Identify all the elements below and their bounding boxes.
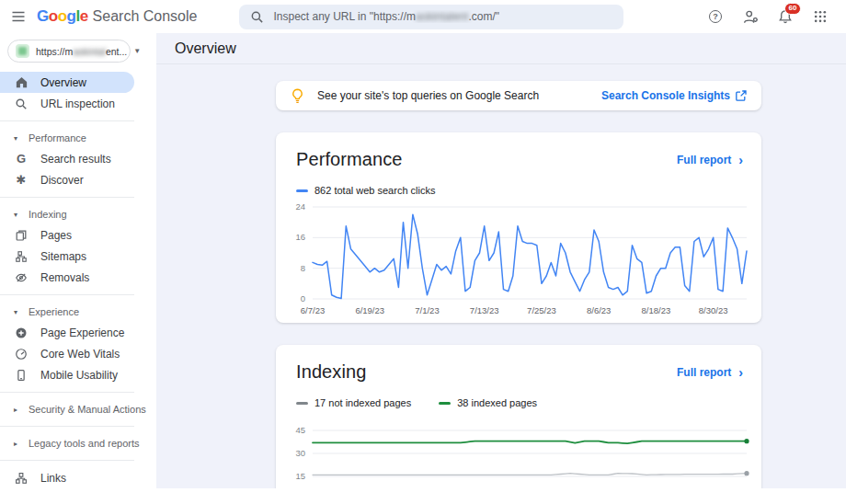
performance-card: Performance Full report › 862 total web … [276, 132, 761, 323]
hamburger-menu-icon[interactable] [0, 0, 37, 33]
sidebar: https://maskintalent... ▼ OverviewURL in… [0, 33, 156, 504]
legend-dash [439, 402, 451, 405]
app-logo[interactable]: Google Search Console [37, 7, 197, 26]
links-icon [14, 471, 29, 486]
chevron-down-icon: ▼ [133, 47, 141, 55]
pages-icon [14, 228, 29, 243]
chevron-down-icon: ▾ [14, 308, 21, 316]
y-axis-tick: 8 [276, 263, 305, 273]
sidebar-section-experience[interactable]: ▾Experience [0, 302, 156, 322]
sidebar-divider [0, 426, 134, 427]
sidebar-item-label: Search results [40, 153, 111, 166]
performance-chart[interactable]: 0816246/7/236/19/237/1/237/13/237/25/238… [276, 205, 761, 323]
chevron-down-icon: ▾ [14, 134, 21, 143]
chevron-right-icon: › [738, 368, 743, 377]
performance-legend: 862 total web search clicks [296, 185, 761, 196]
x-axis-tick: 8/30/23 [690, 305, 737, 315]
sidebar-divider [0, 392, 134, 393]
property-url: https://maskintalent... [36, 46, 127, 57]
x-axis-tick: 8/6/23 [575, 305, 623, 315]
page-header: Overview [156, 33, 846, 64]
redacted-property: askintal [73, 46, 106, 57]
sidebar-item-removals[interactable]: Removals [0, 267, 134, 288]
legend-dash [296, 189, 308, 192]
top-bar: Google Search Console Inspect any URL in… [0, 0, 846, 33]
y-axis-tick: 15 [276, 471, 305, 481]
x-axis-tick: 7/25/23 [518, 305, 566, 315]
sidebar-item-label: Pages [40, 229, 72, 242]
sidebar-section-legacy-tools-and-reports[interactable]: ▸Legacy tools and reports [0, 433, 156, 453]
core-web-vitals-icon [14, 347, 29, 361]
sidebar-item-url-inspection[interactable]: URL inspection [0, 93, 134, 114]
url-inspection-search-input[interactable]: Inspect any URL in "https://maskintalent… [239, 5, 623, 29]
chevron-right-icon: › [738, 155, 743, 165]
x-axis-tick: 7/1/23 [403, 305, 451, 315]
sidebar-item-label: Overview [40, 76, 86, 89]
sidebar-item-mobile-usability[interactable]: Mobile Usability [0, 364, 134, 385]
y-axis-tick: 45 [276, 425, 305, 435]
x-axis-tick: 6/7/23 [289, 305, 337, 315]
sidebar-section-label: Experience [29, 306, 79, 317]
insights-banner: See your site's top queries on Google Se… [276, 81, 761, 110]
sidebar-section-indexing[interactable]: ▾Indexing [0, 204, 156, 224]
sidebar-section-performance[interactable]: ▾Performance [0, 128, 156, 148]
sidebar-item-overview[interactable]: Overview [0, 72, 134, 93]
indexing-full-report-link[interactable]: Full report › [677, 366, 743, 379]
x-axis-tick: 6/19/23 [346, 305, 394, 315]
g-letter-icon: G [14, 152, 29, 166]
sitemaps-icon [14, 249, 29, 264]
indexing-card: Indexing Full report › 17 not indexed pa… [276, 345, 761, 504]
y-axis-tick: 30 [276, 448, 305, 458]
sidebar-divider [0, 294, 134, 295]
page-experience-icon [14, 326, 29, 340]
sidebar-item-sitemaps[interactable]: Sitemaps [0, 246, 134, 267]
user-settings-button[interactable] [737, 4, 763, 29]
y-axis-tick: 0 [276, 293, 305, 304]
help-icon: ? [709, 10, 722, 23]
content-column: See your site's top queries on Google Se… [156, 64, 846, 504]
search-console-app: Google Search Console Inspect any URL in… [0, 0, 846, 504]
legend-item: 862 total web search clicks [296, 185, 435, 196]
mobile-usability-icon [14, 368, 29, 383]
chevron-right-icon: ▸ [14, 406, 21, 414]
apps-grid-icon [814, 10, 827, 23]
sidebar-section-label: Security & Manual Actions [29, 404, 146, 415]
sidebar-item-pages[interactable]: Pages [0, 224, 134, 246]
page-title: Overview [175, 40, 236, 57]
removals-icon [14, 270, 29, 285]
sidebar-item-search-results[interactable]: GSearch results [0, 148, 134, 169]
search-console-insights-link[interactable]: Search Console Insights [601, 89, 747, 102]
sidebar-section-security-manual-actions[interactable]: ▸Security & Manual Actions [0, 399, 156, 419]
y-axis-tick: 24 [276, 201, 305, 212]
site-favicon [16, 44, 29, 58]
sidebar-item-core-web-vitals[interactable]: Core Web Vitals [0, 343, 134, 364]
chevron-right-icon: ▸ [14, 440, 21, 448]
banner-text: See your site's top queries on Google Se… [317, 89, 539, 102]
sidebar-item-page-experience[interactable]: Page Experience [0, 322, 134, 343]
external-link-icon [736, 90, 747, 101]
viewport-cutoff [0, 488, 846, 504]
sidebar-item-discover[interactable]: ✱Discover [0, 169, 134, 190]
sidebar-item-label: Links [40, 472, 66, 485]
search-icon [14, 97, 29, 111]
sidebar-section-label: Performance [29, 132, 86, 143]
google-apps-button[interactable] [807, 4, 833, 29]
legend-item: 17 not indexed pages [296, 397, 411, 408]
redacted-domain: askintalent [416, 10, 468, 23]
search-icon [250, 10, 264, 24]
sidebar-divider [0, 120, 134, 121]
product-name: Search Console [93, 8, 198, 25]
sidebar-section-label: Legacy tools and reports [29, 438, 139, 449]
notification-count-badge: 60 [784, 3, 801, 15]
property-selector-dropdown[interactable]: https://maskintalent... ▼ [7, 40, 131, 63]
sidebar-item-label: Discover [40, 174, 84, 187]
notifications-button[interactable]: 60 [772, 4, 798, 29]
sidebar-divider [0, 197, 134, 198]
person-gear-icon [743, 9, 759, 25]
help-button[interactable]: ? [703, 4, 728, 29]
sidebar-item-label: URL inspection [40, 97, 115, 110]
top-bar-actions: ? 60 [703, 4, 846, 29]
sidebar-item-links[interactable]: Links [0, 467, 134, 488]
performance-full-report-link[interactable]: Full report › [677, 154, 743, 166]
x-axis-tick: 7/13/23 [461, 305, 509, 315]
